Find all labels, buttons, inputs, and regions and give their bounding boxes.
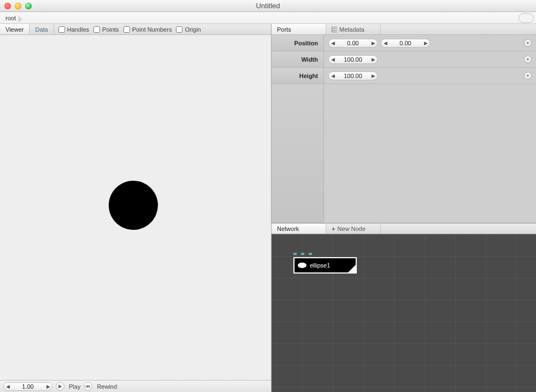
- param-label-position: Position: [272, 35, 324, 51]
- address-search-input[interactable]: [519, 13, 534, 23]
- checkbox-point-numbers[interactable]: [123, 26, 130, 33]
- width-inc-icon[interactable]: ▶: [369, 56, 377, 63]
- frame-decrement-icon[interactable]: ◀: [4, 383, 11, 390]
- toggle-points-label: Points: [102, 26, 119, 33]
- tab-new-node-label: New Node: [337, 225, 365, 232]
- parameters-empty-area: [272, 84, 536, 223]
- position-x-inc-icon[interactable]: ▶: [369, 39, 377, 47]
- position-y-dec-icon[interactable]: ◀: [381, 39, 389, 47]
- tab-data[interactable]: Data: [30, 24, 54, 34]
- play-icon[interactable]: ▶: [56, 382, 64, 391]
- tab-metadata-label: Metadata: [339, 26, 364, 33]
- position-y-value[interactable]: 0.00: [389, 40, 422, 46]
- rewind-icon[interactable]: ⏮: [84, 382, 92, 391]
- width-value[interactable]: 100.00: [337, 56, 369, 63]
- titlebar: Untitled: [0, 0, 536, 12]
- param-label-height: Height: [272, 68, 324, 84]
- height-disclosure-icon[interactable]: ▾: [524, 72, 532, 80]
- main-split: Viewer Data Handles Points Point Numbers…: [0, 24, 536, 392]
- node-ellipse1[interactable]: ellipse1: [293, 257, 357, 274]
- width-spinner[interactable]: ◀ 100.00 ▶: [328, 55, 378, 64]
- width-dec-icon[interactable]: ◀: [329, 56, 337, 63]
- window-title: Untitled: [0, 2, 536, 10]
- toggle-point-numbers-label: Point Numbers: [132, 26, 172, 33]
- network-tabstrip: Network +New Node: [272, 223, 536, 234]
- toggle-handles[interactable]: Handles: [58, 26, 89, 33]
- left-pane: Viewer Data Handles Points Point Numbers…: [0, 24, 272, 392]
- network-canvas[interactable]: ellipse1: [272, 234, 536, 392]
- position-x-value[interactable]: 0.00: [337, 40, 369, 46]
- toggle-origin[interactable]: Origin: [176, 26, 201, 33]
- viewer-tabstrip: Viewer Data Handles Points Point Numbers…: [0, 24, 271, 35]
- tab-ports[interactable]: Ports: [272, 24, 326, 34]
- ports-tabstrip: Ports Metadata: [272, 24, 536, 35]
- toggle-points[interactable]: Points: [93, 26, 119, 33]
- frame-increment-icon[interactable]: ▶: [44, 383, 52, 390]
- viewer-ellipse-shape: [109, 181, 158, 230]
- toggle-origin-label: Origin: [185, 26, 201, 33]
- height-value[interactable]: 100.00: [337, 73, 369, 79]
- parameters-panel: Position ◀ 0.00 ▶ ◀ 0.00 ▶ ▾: [272, 35, 536, 223]
- height-inc-icon[interactable]: ▶: [369, 72, 377, 80]
- node-render-flag-icon[interactable]: [348, 265, 356, 272]
- param-row-position: Position ◀ 0.00 ▶ ◀ 0.00 ▶ ▾: [272, 35, 536, 51]
- toggle-point-numbers[interactable]: Point Numbers: [123, 26, 172, 33]
- param-row-height: Height ◀ 100.00 ▶ ▾: [272, 68, 536, 84]
- height-dec-icon[interactable]: ◀: [329, 72, 337, 80]
- position-x-spinner[interactable]: ◀ 0.00 ▶: [328, 39, 378, 47]
- node-port-handles[interactable]: [293, 253, 312, 255]
- position-y-inc-icon[interactable]: ▶: [422, 39, 429, 47]
- position-x-dec-icon[interactable]: ◀: [329, 39, 337, 47]
- right-pane: Ports Metadata Position ◀ 0.00 ▶ ◀ 0.00 …: [272, 24, 536, 392]
- tab-viewer[interactable]: Viewer: [0, 24, 30, 34]
- frame-value[interactable]: 1.00: [11, 383, 44, 390]
- param-row-width: Width ◀ 100.00 ▶ ▾: [272, 51, 536, 68]
- viewer-canvas[interactable]: [0, 35, 271, 380]
- checkbox-handles[interactable]: [58, 26, 65, 33]
- rewind-label[interactable]: Rewind: [97, 383, 117, 390]
- play-label[interactable]: Play: [69, 383, 80, 390]
- param-label-width: Width: [272, 51, 324, 67]
- height-spinner[interactable]: ◀ 100.00 ▶: [328, 72, 378, 80]
- tab-metadata[interactable]: Metadata: [326, 24, 381, 34]
- checkbox-origin[interactable]: [176, 26, 182, 33]
- frame-spinner[interactable]: ◀ 1.00 ▶: [3, 382, 52, 391]
- tab-new-node[interactable]: +New Node: [326, 224, 381, 234]
- width-disclosure-icon[interactable]: ▾: [524, 56, 532, 63]
- node-label: ellipse1: [310, 262, 330, 269]
- breadcrumb-bar: root: [0, 12, 536, 24]
- metadata-icon: [332, 27, 337, 32]
- breadcrumb-root[interactable]: root: [3, 15, 20, 21]
- ellipse-icon: [298, 263, 307, 268]
- position-disclosure-icon[interactable]: ▾: [524, 39, 532, 47]
- plus-icon: +: [332, 225, 335, 232]
- checkbox-points[interactable]: [93, 26, 100, 33]
- playback-bar: ◀ 1.00 ▶ ▶ Play ⏮ Rewind: [0, 380, 271, 392]
- tab-network[interactable]: Network: [272, 224, 326, 234]
- toggle-handles-label: Handles: [67, 26, 89, 33]
- position-y-spinner[interactable]: ◀ 0.00 ▶: [381, 39, 430, 47]
